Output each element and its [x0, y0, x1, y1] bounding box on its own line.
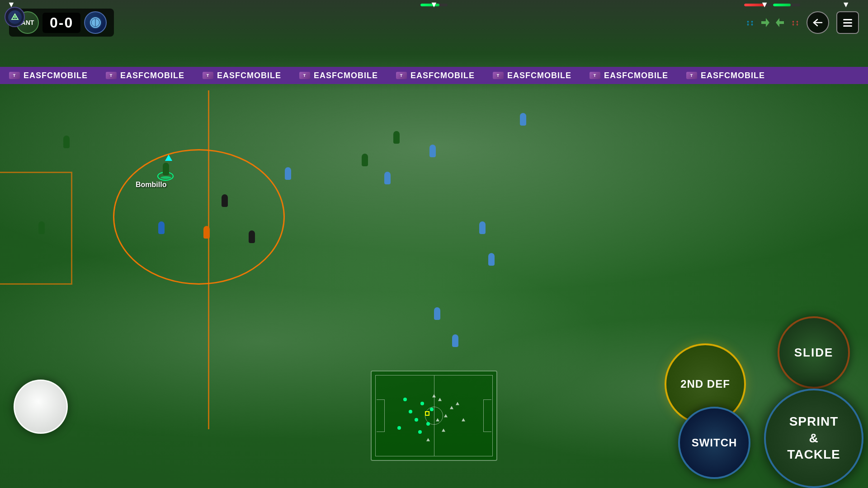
minimap-player-dot [403, 398, 407, 401]
minimap [371, 371, 497, 461]
player-selection-arrow [165, 155, 172, 161]
minimap-triangle [438, 398, 442, 401]
referee-figure [203, 226, 210, 239]
second-def-button-label: 2ND DEF [680, 378, 730, 390]
sponsor-item: T EASFCMOBILE [290, 71, 387, 80]
away-team-badge: MCI [84, 11, 107, 34]
player-name-label: Bombillo [136, 181, 166, 189]
minimap-field [375, 375, 493, 456]
twitch-logo: T [106, 72, 117, 79]
minimap-player-dot [426, 422, 430, 426]
right-controls: SLIDE 2ND DEF SWITCH SPRINT&TACKLE [597, 307, 868, 488]
sponsor-text: EASFCMOBILE [507, 71, 571, 80]
sponsor-item: T EASFCMOBILE [484, 71, 580, 80]
player-figure [158, 221, 165, 234]
minimap-goal-left [377, 399, 385, 432]
twitch-logo: T [493, 72, 504, 79]
minimap-triangle [450, 406, 453, 409]
player-figure [429, 145, 436, 157]
sponsor-banner: T EASFCMOBILE T EASFCMOBILE T EASFCMOBIL… [0, 67, 868, 84]
player-figure [434, 307, 440, 320]
sponsor-item: T EASFCMOBILE [580, 71, 677, 80]
twitch-logo: T [686, 72, 697, 79]
right-stamina [744, 4, 800, 6]
player-figure [452, 334, 458, 347]
top-dropdown-arrow-center[interactable]: ▼ [430, 0, 438, 9]
menu-line-2 [843, 22, 852, 23]
minimap-player-dot [418, 430, 422, 434]
player-figure [38, 221, 45, 234]
minimap-triangle [456, 402, 459, 405]
game-canvas: Bombillo T EASFCMOBILE T EASFCMOBILE T E… [0, 0, 868, 488]
sprint-tackle-button-label: SPRINT&TACKLE [787, 413, 840, 463]
minimap-goal-right [483, 399, 491, 432]
minimap-player-dot [420, 402, 424, 405]
switch-button-label: SWITCH [692, 436, 737, 449]
red-player-count: ↕↕ [791, 18, 799, 28]
joystick-inner [15, 381, 66, 432]
score-text: 0-0 [50, 14, 73, 31]
svg-point-0 [14, 16, 16, 19]
player-figure [384, 172, 391, 184]
svg-marker-5 [776, 18, 784, 27]
menu-line-3 [843, 25, 852, 27]
top-dropdown-arrow-right[interactable]: ▼ [760, 0, 769, 9]
sponsor-item: T EASFCMOBILE [677, 71, 774, 80]
switch-button[interactable]: SWITCH [678, 407, 750, 479]
twitch-logo: T [299, 72, 310, 79]
player-figure [520, 113, 526, 126]
score-display: 0-0 [42, 13, 80, 33]
sponsor-item: T EASFCMOBILE [387, 71, 484, 80]
twitch-logo: T [590, 72, 600, 79]
sponsor-text: EASFCMOBILE [604, 71, 668, 80]
player-figure [249, 230, 255, 243]
minimap-triangle [442, 429, 445, 432]
player-switch-arrows[interactable] [761, 16, 784, 29]
top-dropdown-arrow-far-right[interactable]: ▼ [842, 0, 850, 9]
sponsor-item: T EASFCMOBILE [193, 71, 290, 80]
slide-button-label: SLIDE [794, 346, 834, 360]
slide-button[interactable]: SLIDE [778, 316, 850, 389]
minimap-player-dot [430, 408, 434, 411]
player-figure [479, 221, 486, 234]
sponsor-item: T EASFCMOBILE [97, 71, 193, 80]
minimap-player-dot [409, 410, 412, 413]
twitch-logo: T [396, 72, 407, 79]
player-indicators: ↕↕ [746, 18, 754, 28]
minimap-player-dot [397, 426, 401, 430]
sponsor-item: T EASFCMOBILE [0, 71, 97, 80]
game-logo [5, 7, 25, 27]
minimap-player-dot [415, 418, 418, 422]
menu-button[interactable] [836, 11, 859, 34]
player-figure [63, 136, 70, 148]
top-dropdown-arrow-left[interactable]: ▼ [7, 0, 15, 9]
minimap-triangle [462, 418, 465, 421]
sponsor-text: EASFCMOBILE [120, 71, 184, 80]
twitch-logo: T [9, 72, 20, 79]
menu-line-1 [843, 19, 852, 20]
player-figure [222, 194, 228, 207]
player-figure [362, 154, 368, 166]
movement-joystick[interactable] [14, 380, 68, 434]
minimap-triangle [436, 418, 439, 421]
top-right-controls: ↕↕ ↕↕ [746, 11, 859, 34]
sponsor-banner-inner: T EASFCMOBILE T EASFCMOBILE T EASFCMOBIL… [0, 71, 774, 80]
player-figure [160, 163, 171, 179]
player-figure [393, 131, 400, 144]
center-circle [113, 149, 285, 285]
sponsor-text: EASFCMOBILE [314, 71, 378, 80]
back-button[interactable] [807, 11, 829, 34]
player-figure [285, 167, 291, 180]
sponsor-text: EASFCMOBILE [701, 71, 765, 80]
sprint-tackle-button[interactable]: SPRINT&TACKLE [764, 389, 863, 488]
stamina-fill-right-2 [773, 4, 791, 6]
game-logo-inner [8, 10, 22, 24]
minimap-triangle [432, 394, 436, 397]
minimap-triangle [426, 438, 430, 441]
stamina-bar-right-2 [773, 4, 800, 6]
score-box: ANT 0-0 MCI [9, 9, 114, 37]
sponsor-text: EASFCMOBILE [217, 71, 281, 80]
penalty-area-left [0, 172, 72, 285]
svg-marker-4 [761, 18, 769, 27]
minimap-triangle [444, 414, 448, 418]
